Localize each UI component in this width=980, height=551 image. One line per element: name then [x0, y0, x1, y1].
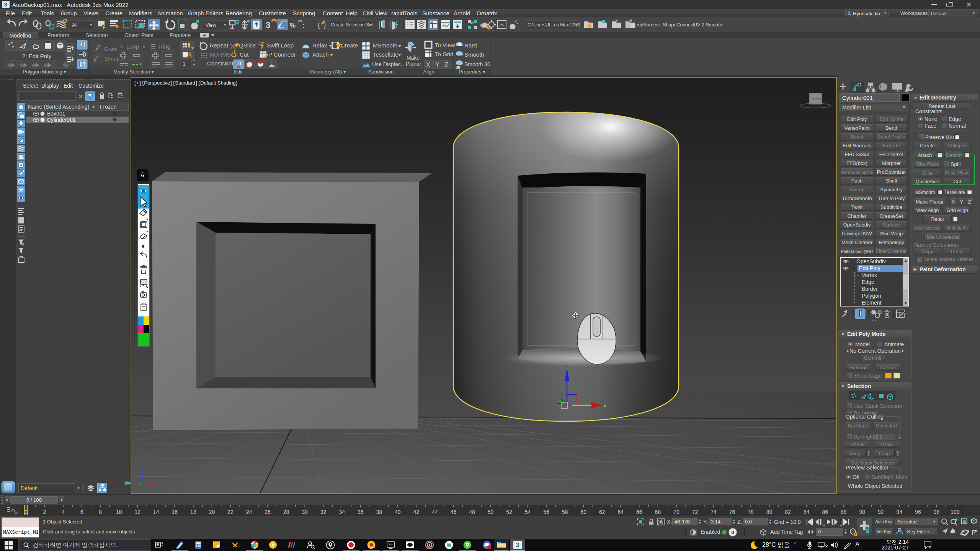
- svg-text:2: Edit Poly: 2: Edit Poly: [22, 53, 51, 59]
- svg-text:All: All: [72, 22, 78, 28]
- svg-text:Repeat: Repeat: [210, 42, 229, 49]
- svg-text:82: 82: [785, 509, 791, 515]
- svg-text:x: x: [154, 483, 155, 487]
- svg-text:Planar: Planar: [406, 61, 421, 67]
- svg-text:Smooth 30: Smooth 30: [464, 61, 490, 67]
- svg-text:30: 30: [456, 65, 460, 70]
- svg-text:10: 10: [116, 509, 122, 515]
- svg-text:6: 6: [80, 509, 83, 515]
- svg-text:To View: To View: [435, 42, 455, 48]
- svg-text:72: 72: [692, 509, 698, 515]
- svg-text:FRONT: FRONT: [812, 98, 822, 101]
- svg-text:38: 38: [376, 509, 382, 515]
- svg-text:32: 32: [320, 509, 327, 515]
- svg-text:76: 76: [729, 509, 735, 515]
- svg-text:22: 22: [227, 509, 234, 515]
- svg-text:Use Displac...: Use Displac...: [372, 61, 405, 67]
- svg-text:x: x: [604, 403, 606, 408]
- svg-text:66: 66: [636, 509, 642, 515]
- svg-text:98: 98: [934, 509, 940, 515]
- svg-text:46: 46: [451, 509, 457, 515]
- svg-text:78: 78: [748, 509, 754, 515]
- svg-text:80: 80: [766, 509, 773, 515]
- svg-text:X: X: [426, 62, 430, 68]
- svg-text:{: {: [318, 22, 320, 29]
- svg-text:28: 28: [283, 509, 289, 515]
- svg-text:34: 34: [339, 509, 345, 515]
- svg-text:4: 4: [62, 509, 65, 515]
- svg-text:42: 42: [413, 509, 420, 515]
- svg-text:Tessellate: Tessellate: [373, 51, 399, 58]
- svg-text:60: 60: [580, 509, 586, 515]
- svg-text:52: 52: [506, 509, 512, 515]
- svg-text:18: 18: [190, 509, 196, 515]
- svg-text:8: 8: [99, 509, 102, 515]
- svg-text:14: 14: [153, 509, 159, 515]
- svg-text:44: 44: [432, 509, 438, 515]
- svg-text:88: 88: [841, 509, 847, 515]
- svg-text:xtendBorders: xtendBorders: [632, 22, 660, 28]
- svg-text:UV 2 Smooth: UV 2 Smooth: [694, 22, 722, 28]
- svg-text:70: 70: [673, 509, 679, 515]
- svg-text:QSlice: QSlice: [239, 42, 256, 49]
- svg-text:NURMS: NURMS: [210, 51, 231, 58]
- svg-text:Cut: Cut: [240, 51, 249, 58]
- svg-text:100: 100: [951, 509, 960, 515]
- svg-text:ShapeConnect: ShapeConnect: [663, 22, 694, 28]
- svg-text:58: 58: [562, 509, 568, 515]
- svg-text:Make: Make: [407, 55, 420, 61]
- svg-text:84: 84: [804, 509, 810, 515]
- svg-text:Y: Y: [435, 62, 439, 68]
- svg-text:Swift Loop: Swift Loop: [267, 42, 294, 49]
- svg-text:1: 1: [183, 61, 186, 67]
- svg-text:Grow: Grow: [104, 46, 117, 52]
- svg-text:View: View: [206, 22, 217, 28]
- svg-text:48: 48: [469, 509, 475, 515]
- svg-text:C:\Users\JI...ds Max 2022: C:\Users\JI...ds Max 2022: [528, 22, 580, 28]
- svg-text:z: z: [565, 363, 567, 368]
- svg-text:56: 56: [543, 509, 549, 515]
- svg-text:94: 94: [897, 509, 903, 515]
- svg-text:}: }: [324, 22, 326, 29]
- svg-text:W: W: [447, 542, 452, 548]
- svg-text:3: 3: [266, 20, 270, 30]
- svg-text:30: 30: [302, 509, 308, 515]
- svg-text:Constraints:: Constraints:: [207, 60, 238, 67]
- svg-text:Shrink: Shrink: [104, 56, 120, 62]
- svg-text:64: 64: [618, 509, 624, 515]
- svg-text:Ring: Ring: [158, 43, 170, 50]
- svg-text:20: 20: [209, 509, 215, 515]
- svg-text:Hard: Hard: [464, 42, 477, 49]
- svg-text:40: 40: [395, 509, 401, 515]
- svg-text:24: 24: [246, 509, 252, 515]
- svg-text:To Grid: To Grid: [435, 51, 453, 57]
- svg-text:%: %: [290, 22, 296, 29]
- svg-text:90: 90: [859, 509, 866, 515]
- svg-text:MSmooth: MSmooth: [373, 42, 397, 49]
- svg-text:96: 96: [915, 509, 921, 515]
- svg-text:54: 54: [525, 509, 531, 515]
- svg-text:68: 68: [655, 509, 661, 515]
- svg-text:74: 74: [710, 509, 717, 515]
- svg-text:Z: Z: [444, 62, 448, 68]
- svg-text:Attach: Attach: [312, 51, 329, 58]
- svg-text:16: 16: [172, 509, 178, 515]
- svg-text:26: 26: [265, 509, 271, 515]
- svg-text:Loop: Loop: [126, 43, 139, 50]
- svg-text:36: 36: [358, 509, 364, 515]
- svg-text:Relax: Relax: [312, 42, 327, 49]
- svg-text:0: 0: [24, 509, 28, 515]
- svg-text:62: 62: [599, 509, 605, 515]
- svg-text:12: 12: [134, 509, 140, 515]
- svg-text:Smooth: Smooth: [464, 51, 484, 58]
- svg-text:86: 86: [822, 509, 828, 515]
- svg-text:P Connect: P Connect: [268, 51, 296, 58]
- svg-text:50: 50: [488, 509, 494, 515]
- svg-text:2: 2: [43, 509, 46, 515]
- svg-text:Create: Create: [341, 42, 358, 49]
- svg-text:Create Selection Set: Create Selection Set: [331, 22, 373, 28]
- svg-text:z: z: [141, 469, 143, 473]
- svg-text:92: 92: [878, 509, 884, 515]
